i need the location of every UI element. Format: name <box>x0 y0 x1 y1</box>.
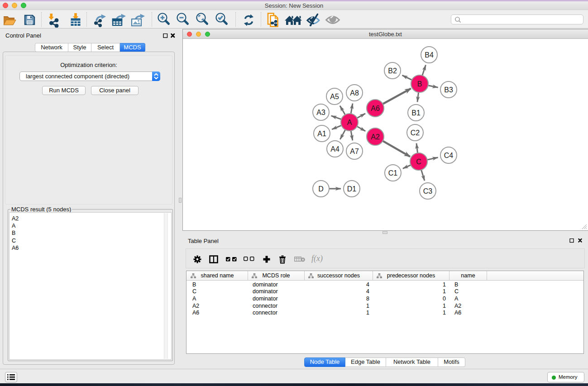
svg-text:A5: A5 <box>330 93 339 100</box>
svg-text:A7: A7 <box>350 148 359 155</box>
svg-text:B4: B4 <box>425 51 434 59</box>
svg-text:B: B <box>417 80 422 88</box>
svg-text:A2: A2 <box>371 133 380 141</box>
svg-text:C4: C4 <box>444 152 454 159</box>
svg-text:B2: B2 <box>388 67 397 75</box>
svg-text:A8: A8 <box>350 89 359 97</box>
svg-text:B1: B1 <box>411 109 421 117</box>
svg-text:C3: C3 <box>423 187 433 195</box>
svg-text:B3: B3 <box>444 86 453 94</box>
svg-text:C2: C2 <box>411 129 420 137</box>
svg-text:A1: A1 <box>317 130 326 138</box>
svg-text:A4: A4 <box>330 145 339 153</box>
svg-text:A3: A3 <box>316 109 325 116</box>
svg-text:D1: D1 <box>347 185 357 193</box>
svg-text:A: A <box>347 119 352 126</box>
svg-text:C1: C1 <box>388 169 398 177</box>
svg-text:C: C <box>416 158 421 166</box>
svg-text:D: D <box>318 185 324 193</box>
svg-text:A6: A6 <box>371 105 380 112</box>
